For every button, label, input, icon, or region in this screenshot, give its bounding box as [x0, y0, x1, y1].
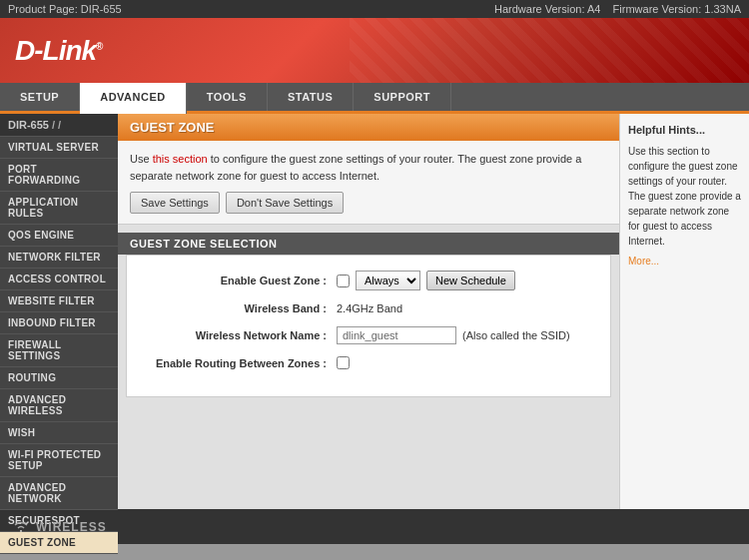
network-name-input[interactable]: [337, 326, 456, 344]
top-bar: Product Page: DIR-655 Hardware Version: …: [0, 0, 749, 18]
ssid-hint: (Also called the SSID): [462, 329, 570, 341]
footer-label: WIRELESS: [36, 520, 107, 534]
band-value: 2.4GHz Band: [337, 302, 402, 314]
sidebar-item-website-filter[interactable]: WEBSITE FILTER: [0, 290, 118, 312]
routing-checkbox[interactable]: [337, 356, 350, 369]
sidebar-item-network-filter[interactable]: NETWORK FILTER: [0, 247, 118, 269]
wireless-icon: [12, 520, 30, 534]
band-label: Wireless Band :: [137, 302, 337, 314]
hints-more-link[interactable]: More...: [628, 254, 741, 269]
sidebar-item-application-rules[interactable]: APPLICATION RULES: [0, 192, 118, 225]
tab-advanced[interactable]: ADVANCED: [80, 83, 187, 114]
nav-tabs: SETUP ADVANCED TOOLS STATUS SUPPORT: [0, 83, 749, 114]
schedule-select[interactable]: Always: [356, 271, 420, 290]
wireless-band-row: Wireless Band : 2.4GHz Band: [137, 302, 600, 314]
hw-fw-label: Hardware Version: A4 Firmware Version: 1…: [494, 3, 741, 15]
section-title: GUEST ZONE: [118, 114, 619, 141]
band-text: 2.4GHz Band: [337, 302, 402, 314]
sidebar-item-inbound-filter[interactable]: INBOUND FILTER: [0, 312, 118, 334]
content-area: GUEST ZONE Use this section to configure…: [118, 114, 619, 509]
hints-panel: Helpful Hints... Use this section to con…: [619, 114, 749, 509]
selection-body: Enable Guest Zone : Always New Schedule …: [126, 255, 611, 397]
main-layout: DIR-655 / / VIRTUAL SERVER PORT FORWARDI…: [0, 114, 749, 509]
sidebar-item-guest-zone[interactable]: GUEST ZONE: [0, 532, 118, 554]
logo: D-Link®: [15, 35, 102, 67]
sidebar-item-wifi-protected-setup[interactable]: WI-FI PROTECTED SETUP: [0, 444, 118, 477]
section-body: Use this section to configure the guest …: [118, 141, 619, 225]
sidebar: DIR-655 / / VIRTUAL SERVER PORT FORWARDI…: [0, 114, 118, 509]
sidebar-item-wish[interactable]: WISH: [0, 422, 118, 444]
network-name-label: Wireless Network Name :: [137, 329, 337, 341]
section-description: Use this section to configure the guest …: [130, 151, 607, 184]
desc-highlight: this section: [153, 153, 208, 165]
network-name-row: Wireless Network Name : (Also called the…: [137, 326, 600, 344]
network-name-value: (Also called the SSID): [337, 326, 570, 344]
routing-label: Enable Routing Between Zones :: [137, 357, 337, 369]
sidebar-device: DIR-655 / /: [0, 114, 118, 137]
routing-value: [337, 356, 350, 369]
sidebar-item-port-forwarding[interactable]: PORT FORWARDING: [0, 159, 118, 192]
sidebar-item-advanced-wireless[interactable]: ADVANCED WIRELESS: [0, 389, 118, 422]
product-label: Product Page: DIR-655: [8, 3, 122, 15]
enable-value: Always New Schedule: [337, 271, 515, 290]
new-schedule-button[interactable]: New Schedule: [426, 271, 515, 290]
enable-guest-zone-row: Enable Guest Zone : Always New Schedule: [137, 271, 600, 290]
hints-title: Helpful Hints...: [628, 122, 741, 139]
sidebar-item-qos-engine[interactable]: QOS ENGINE: [0, 225, 118, 247]
selection-header: GUEST ZONE SELECTION: [118, 233, 619, 255]
tab-status[interactable]: STATUS: [268, 83, 354, 111]
save-settings-button[interactable]: Save Settings: [130, 192, 220, 214]
hints-text: Use this section to configure the guest …: [628, 144, 741, 249]
sidebar-item-advanced-network[interactable]: ADVANCED NETWORK: [0, 477, 118, 510]
enable-checkbox[interactable]: [337, 275, 350, 287]
tab-setup[interactable]: SETUP: [0, 83, 80, 111]
enable-label: Enable Guest Zone :: [137, 275, 337, 286]
sidebar-item-firewall-settings[interactable]: FIREWALL SETTINGS: [0, 334, 118, 367]
tab-tools[interactable]: TOOLS: [187, 83, 268, 111]
dont-save-settings-button[interactable]: Don't Save Settings: [226, 192, 344, 214]
action-buttons: Save Settings Don't Save Settings: [130, 192, 607, 214]
sidebar-item-routing[interactable]: ROUTING: [0, 367, 118, 389]
routing-row: Enable Routing Between Zones :: [137, 356, 600, 369]
tab-support[interactable]: SUPPORT: [354, 83, 451, 111]
header: D-Link®: [0, 18, 749, 83]
sidebar-item-access-control[interactable]: ACCESS CONTROL: [0, 269, 118, 290]
sidebar-item-virtual-server[interactable]: VIRTUAL SERVER: [0, 137, 118, 159]
